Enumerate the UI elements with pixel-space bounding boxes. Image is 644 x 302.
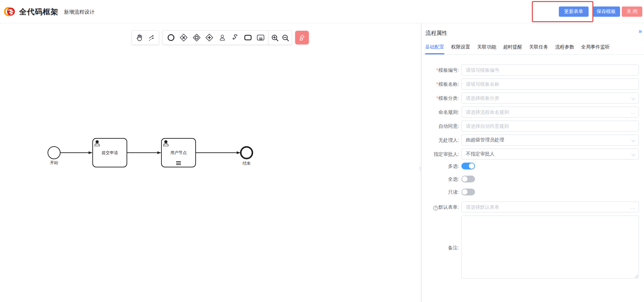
tab-timeout-remind[interactable]: 超时提醒 [503,44,522,54]
task-label: 提交申请 [102,150,118,155]
form-row-naming-rule: 命名规则: … [425,107,639,118]
tab-basic-config[interactable]: 基础配置 [425,44,444,54]
tab-process-params[interactable]: 流程参数 [555,44,574,54]
field-label: 只读: [425,189,461,195]
template-name-input[interactable] [461,79,639,90]
end-event-node[interactable]: 结束 [241,147,252,166]
page-title: 新增流程设计 [64,9,95,15]
tab-global-event-listener[interactable]: 全局事件监听 [581,44,610,54]
app-logo-icon [3,5,16,18]
remark-textarea[interactable] [461,216,639,278]
properties-panel: 流程属性 » 基础配置 权限设置 关联功能 超时提醒 关联任务 流程参数 全局事… [421,23,644,302]
panel-title: 流程属性 [425,30,447,37]
field-label: 命名规则: [425,107,461,118]
help-circle-icon[interactable]: ? [433,206,438,210]
form-row-no-handler: 无处理人: [425,135,639,146]
field-label: 全选: [425,176,461,182]
field-label: 模板编号: [438,67,459,73]
bpmn-diagram: 开始 提交申请 用户节点 [0,23,421,302]
auto-agree-input[interactable] [461,121,639,132]
form-row-assigned-approver: 指定审批人: [425,149,639,160]
panel-resize-handle[interactable]: ⋮ [418,166,421,176]
required-marker: * [436,67,438,73]
form-row-auto-agree: 自动同意: [425,121,639,132]
field-label: 无处理人: [425,135,461,146]
field-label: 模板名称: [438,81,459,87]
start-event-node[interactable]: 开始 [48,147,60,165]
panel-tabs: 基础配置 权限设置 关联功能 超时提醒 关联任务 流程参数 全局事件监听 [422,40,644,55]
tab-permission[interactable]: 权限设置 [451,44,470,54]
basic-config-form: *模板编号: *模板名称: *模板分类: 命名规则: … [422,55,644,280]
required-marker: * [436,95,438,101]
multi-select-toggle[interactable] [461,163,475,169]
user-task-node-usernode[interactable]: 用户节点 [161,138,196,167]
bpmn-canvas[interactable]: 开始 提交申请 用户节点 [0,23,421,302]
field-label: 指定审批人: [425,149,461,160]
tab-related-task[interactable]: 关联任务 [529,44,548,54]
collapse-panel-icon[interactable]: » [639,28,642,35]
required-marker: * [436,81,438,87]
template-category-select[interactable] [461,93,639,104]
close-button[interactable]: 关 闭 [622,6,642,17]
form-row-template-category: *模板分类: [425,93,639,104]
more-options-icon[interactable]: … [631,204,636,210]
template-code-input[interactable] [461,65,639,76]
read-only-toggle[interactable] [461,189,475,195]
header-bar: 全代码框架 新增流程设计 更新表单 保存模板 关 闭 [0,0,644,23]
naming-rule-picker[interactable]: … [461,107,639,118]
start-event-label: 开始 [50,160,58,165]
field-label: 多选: [425,163,461,169]
form-row-template-code: *模板编号: [425,65,639,76]
tab-related-function[interactable]: 关联功能 [477,44,496,54]
select-all-toggle[interactable] [461,176,475,182]
field-label: 默认表单: [438,204,459,210]
task-label: 用户节点 [170,150,187,155]
more-options-icon[interactable]: … [631,109,636,115]
end-event-label: 结束 [242,161,251,166]
no-handler-select[interactable] [461,135,639,146]
form-row-template-name: *模板名称: [425,79,639,90]
field-label: 备注: [425,242,461,253]
field-label: 模板分类: [438,95,459,101]
update-form-button[interactable]: 更新表单 [559,6,589,17]
assigned-approver-select[interactable] [461,149,639,160]
save-template-button[interactable]: 保存模板 [592,6,620,17]
user-task-node-submit[interactable]: 提交申请 [93,138,127,167]
form-row-select-all: 全选: [425,176,639,182]
form-row-multi-select: 多选: [425,163,639,169]
form-row-remark: 备注: [425,216,639,280]
brand-name: 全代码框架 [19,7,58,17]
form-row-default-form: ?默认表单: … [425,202,639,212]
form-row-read-only: 只读: [425,189,639,195]
workflow-designer-page: 全代码框架 新增流程设计 更新表单 保存模板 关 闭 [0,0,644,302]
field-label: 自动同意: [425,121,461,132]
default-form-picker[interactable]: … [461,202,639,212]
